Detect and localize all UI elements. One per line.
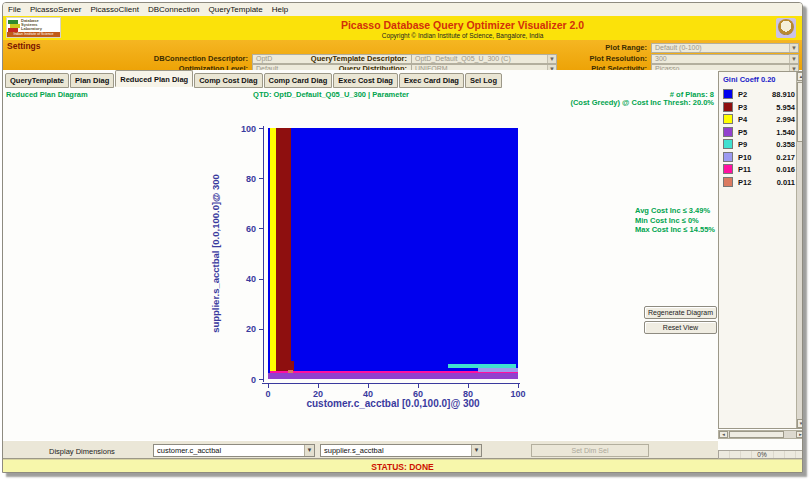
legend-vertical-scrollbar[interactable]: ▲ ▼ xyxy=(796,72,803,428)
avg-cost-inc: Avg Cost Inc ≤ 3.49% xyxy=(635,206,715,216)
menu-dbconnection[interactable]: DBConnection xyxy=(148,5,200,14)
scroll-right-icon[interactable]: ► xyxy=(796,431,803,438)
legend-swatch-P10 xyxy=(723,152,733,162)
app-window: File PicassoServer PicassoClient DBConne… xyxy=(2,2,803,473)
tab-exec-card-diag[interactable]: Exec Card Diag xyxy=(399,73,464,88)
legend-plan-value: 1.540 xyxy=(776,128,795,137)
legend-horizontal-scrollbar[interactable]: ◄ ► xyxy=(718,430,803,439)
scrollbar-thumb[interactable] xyxy=(729,431,784,438)
plan-diagram-plot[interactable] xyxy=(268,128,518,379)
legend-item: P35.954 xyxy=(723,101,795,114)
y-axis-line xyxy=(263,126,264,382)
legend-plan-value: 5.954 xyxy=(776,103,795,112)
legend-plan-label: P3 xyxy=(738,103,747,112)
y-tick xyxy=(259,228,263,229)
y-axis-label: supplier.s_acctbal [0.0,100.0]@ 300 xyxy=(210,128,223,379)
dimension-2-select[interactable]: supplier.s_acctbal▼ xyxy=(320,444,482,457)
y-tick-label: 40 xyxy=(234,274,256,284)
y-tick xyxy=(259,279,263,280)
tab-comp-card-diag[interactable]: Comp Card Diag xyxy=(264,73,333,88)
legend-plan-label: P5 xyxy=(738,128,747,137)
settings-panel: Settings Plot Range: Default (0-100)▼ DB… xyxy=(3,40,802,70)
plan-region-P2[interactable] xyxy=(268,128,518,379)
cost-stats: Avg Cost Inc ≤ 3.49% Min Cost Inc ≤ 0% M… xyxy=(635,206,715,235)
iisc-seal-icon xyxy=(776,18,796,38)
menu-picassoclient[interactable]: PicassoClient xyxy=(90,5,138,14)
tab-sel-log[interactable]: Sel Log xyxy=(465,73,502,88)
x-tick xyxy=(318,384,319,388)
plot-range-select[interactable]: Default (0-100)▼ xyxy=(651,43,799,53)
chevron-down-icon[interactable]: ▼ xyxy=(471,445,481,456)
x-tick xyxy=(518,384,519,388)
scroll-up-icon[interactable]: ▲ xyxy=(797,72,803,81)
scrollbar-thumb[interactable] xyxy=(797,82,803,142)
legend-plan-value: 0.358 xyxy=(776,140,795,149)
chevron-down-icon[interactable]: ▼ xyxy=(304,445,314,456)
reset-view-button[interactable]: Reset View xyxy=(644,321,717,334)
display-dimensions-bar: Display Dimensions customer.c_acctbal▼ s… xyxy=(3,440,718,459)
gini-coeff-label: Gini Coeff 0.20 xyxy=(723,75,776,84)
y-tick-label: 60 xyxy=(234,224,256,234)
x-tick xyxy=(268,384,269,388)
regenerate-diagram-button[interactable]: Regenerate Diagram xyxy=(644,306,717,319)
tab-reduced-plan-diag[interactable]: Reduced Plan Diag xyxy=(115,70,193,87)
legend-plan-value: 0.016 xyxy=(776,165,795,174)
tab-plan-diag[interactable]: Plan Diag xyxy=(70,73,114,88)
max-cost-inc: Max Cost Inc ≤ 14.55% xyxy=(635,225,715,235)
x-tick xyxy=(418,384,419,388)
legend-swatch-P12 xyxy=(723,177,733,187)
diagram-area: Reduced Plan Diagram QTD: OptD_Default_Q… xyxy=(3,88,719,440)
legend-swatch-P4 xyxy=(723,114,733,124)
tab-bar: QueryTemplatePlan DiagReduced Plan DiagC… xyxy=(5,70,719,88)
dimension-1-select[interactable]: customer.c_acctbal▼ xyxy=(153,444,315,457)
scroll-down-icon[interactable]: ▼ xyxy=(797,419,803,428)
display-dimensions-label: Display Dimensions xyxy=(49,447,115,456)
plot-resolution-label: Plot Resolution: xyxy=(497,54,647,64)
app-title: Picasso Database Query Optimizer Visuali… xyxy=(3,19,802,31)
min-cost-inc: Min Cost Inc ≤ 0% xyxy=(635,216,715,226)
legend-swatch-P11 xyxy=(723,164,733,174)
legend-swatch-P3 xyxy=(723,102,733,112)
progress-bar: 0% xyxy=(718,450,803,459)
tab-querytemplate[interactable]: QueryTemplate xyxy=(5,73,69,88)
set-dim-sel-button[interactable]: Set Dim Sel xyxy=(531,444,649,457)
y-tick xyxy=(259,329,263,330)
legend-item: P120.011 xyxy=(723,176,795,189)
chevron-down-icon[interactable]: ▼ xyxy=(789,44,798,52)
scroll-left-icon[interactable]: ◄ xyxy=(719,431,728,438)
menu-help[interactable]: Help xyxy=(272,5,288,14)
menu-picassoserver[interactable]: PicassoServer xyxy=(30,5,82,14)
plan-legend-panel: Gini Coeff 0.20 P288.910P35.954P42.994P5… xyxy=(718,71,803,429)
tab-exec-cost-diag[interactable]: Exec Cost Diag xyxy=(333,73,398,88)
menu-querytemplate[interactable]: QueryTemplate xyxy=(209,5,263,14)
legend-plan-label: P4 xyxy=(738,115,747,124)
y-tick xyxy=(259,178,263,179)
x-tick xyxy=(368,384,369,388)
dbconnection-descriptor-label: DBConnection Descriptor: xyxy=(63,54,248,64)
legend-plan-label: P9 xyxy=(738,140,747,149)
y-tick-label: 80 xyxy=(234,174,256,184)
legend-swatch-P9 xyxy=(723,139,733,149)
seal-ring xyxy=(778,19,794,35)
legend-item: P100.217 xyxy=(723,151,795,164)
plot-resolution-select[interactable]: 300▼ xyxy=(651,54,799,64)
plan-region-P12[interactable] xyxy=(288,370,293,373)
legend-plan-value: 0.217 xyxy=(776,153,795,162)
querytemplate-descriptor-label: QueryTemplate Descriptor: xyxy=(257,54,407,64)
tab-comp-cost-diag[interactable]: Comp Cost Diag xyxy=(194,73,262,88)
title-banner: Database Systems Laboratory Indian Insti… xyxy=(3,16,802,40)
y-tick-label: 0 xyxy=(234,375,256,385)
plan-region-P3[interactable] xyxy=(276,128,291,379)
legend-swatch-P2 xyxy=(723,89,733,99)
menu-file[interactable]: File xyxy=(8,5,21,14)
plan-region-P5[interactable] xyxy=(268,373,518,379)
plan-region-P10[interactable] xyxy=(478,368,518,372)
legend-item: P51.540 xyxy=(723,126,795,139)
legend-plan-label: P10 xyxy=(738,153,751,162)
x-axis-label: customer.c_acctbal [0.0,100.0]@ 300 xyxy=(268,398,518,409)
plan-region-P9[interactable] xyxy=(448,364,516,369)
legend-plan-label: P11 xyxy=(738,165,751,174)
y-tick xyxy=(259,128,263,129)
x-tick xyxy=(468,384,469,388)
chevron-down-icon[interactable]: ▼ xyxy=(789,55,798,63)
